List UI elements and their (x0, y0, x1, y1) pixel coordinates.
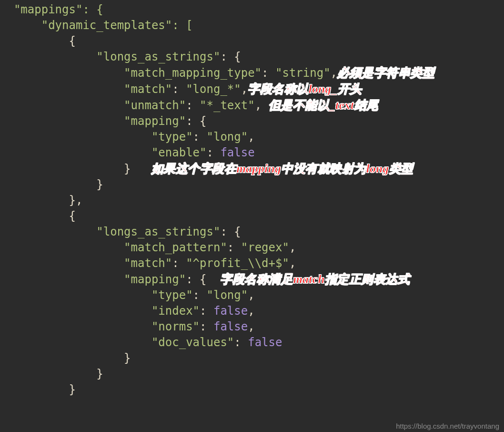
code-line: } (0, 351, 131, 365)
code-token: false (220, 146, 254, 159)
code-token: "^profit_\\d+$" (186, 257, 289, 270)
code-token: "mapping" (0, 273, 186, 286)
code-token: : (193, 288, 207, 302)
annotation-must-be-string: 必须是字符串类型 (337, 66, 434, 79)
code-token: } (0, 162, 151, 175)
code-token: : (200, 304, 213, 318)
code-token: : (172, 257, 186, 270)
code-token: "match" (0, 82, 172, 96)
code-line: }, (0, 194, 82, 207)
code-token: : (172, 82, 186, 96)
code-token: "mapping" (0, 114, 186, 128)
code-token: "longs_as_strings" (0, 225, 220, 238)
annotation-text-suffix: 但是不能以_text结尾 (269, 99, 379, 112)
code-line: { (0, 209, 76, 223)
code-token: "unmatch" (0, 99, 186, 112)
code-token: : { (220, 50, 241, 63)
code-token: "norms" (0, 320, 200, 333)
code-line: { (0, 34, 76, 48)
code-token: , (289, 241, 296, 254)
code-token: : { (186, 273, 220, 286)
code-token: : (193, 130, 207, 144)
code-token: : (234, 336, 248, 349)
code-token: false (213, 304, 248, 318)
code-token: , (248, 288, 254, 302)
code-token: , (289, 257, 296, 270)
code-token: , (248, 130, 254, 144)
code-block: "mappings": { "dynamic_templates": [ { "… (0, 0, 504, 398)
code-token: "enable" (0, 146, 206, 159)
watermark-text: https://blog.csdn.net/trayvontang (396, 422, 499, 430)
code-token: , (248, 304, 254, 318)
code-line: } (0, 383, 76, 396)
code-token: "long" (206, 130, 248, 144)
code-token: : (206, 146, 220, 159)
code-token: "long" (206, 288, 248, 302)
code-token: "type" (0, 288, 193, 302)
code-token: "index" (0, 304, 200, 318)
code-token: : (186, 99, 200, 112)
annotation-long-prefix: 字段名称以long_开头 (248, 82, 362, 95)
code-line: } (0, 178, 103, 191)
code-line: "mappings": { (0, 3, 103, 16)
code-token: "match_pattern" (0, 241, 227, 254)
code-token: "regex" (241, 241, 289, 254)
code-token: , (255, 99, 269, 112)
code-token: , (248, 320, 254, 333)
code-token: : (200, 320, 213, 333)
code-token: "string" (275, 66, 331, 80)
code-token: : { (220, 225, 241, 238)
code-token: : { (186, 114, 206, 128)
code-token: false (213, 320, 248, 333)
code-token: : (262, 66, 275, 80)
code-token: "type" (0, 130, 193, 144)
code-token: , (331, 66, 337, 80)
code-token: , (241, 82, 248, 96)
code-token: "*_text" (200, 99, 255, 112)
code-token: "match_mapping_type" (0, 66, 262, 80)
code-token: "long_*" (186, 82, 241, 96)
annotation-regex-match: 字段名称满足match指定正则表达式 (220, 273, 410, 286)
code-token: "doc_values" (0, 336, 234, 349)
annotation-map-to-long: 如果这个字段在mapping中没有就映射为long类型 (151, 162, 413, 175)
code-token: "match" (0, 257, 172, 270)
code-token: false (248, 336, 282, 349)
code-line: "dynamic_templates": [ (0, 19, 193, 32)
code-token: : (227, 241, 241, 254)
code-line: } (0, 367, 103, 381)
code-token: "longs_as_strings" (0, 50, 220, 63)
